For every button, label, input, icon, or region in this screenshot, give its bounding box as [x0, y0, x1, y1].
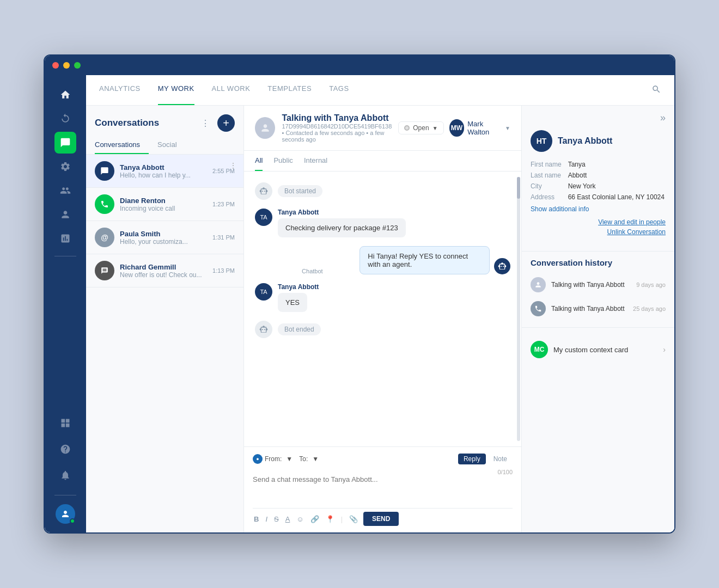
- msg-avatar-tanya: TA: [255, 209, 272, 226]
- unlink-conversation-link[interactable]: Unlink Conversation: [607, 228, 666, 236]
- conversations-header: Conversations ⋮ +: [86, 106, 243, 136]
- conversations-title: Conversations: [95, 118, 159, 128]
- custom-card-chevron: ›: [663, 345, 666, 354]
- sidebar-icon-person[interactable]: [54, 204, 76, 225]
- show-more-link[interactable]: Show additional info: [531, 205, 666, 213]
- msg-bubble-tanya-2: YES: [278, 293, 307, 312]
- view-edit-link[interactable]: View and edit in people: [598, 218, 666, 226]
- conversation-item-diane[interactable]: Diane Renton Incoming voice call 1:23 PM: [86, 188, 243, 221]
- panel-collapse-icon[interactable]: »: [660, 112, 666, 124]
- status-badge[interactable]: Open ▼: [398, 121, 443, 134]
- status-label: Open: [413, 124, 429, 132]
- history-time-2: 25 days ago: [633, 305, 666, 312]
- sidebar-icon-chat[interactable]: [54, 132, 76, 154]
- chatbot-reply-row: Chatbot Hi Tanya! Reply YES to connect w…: [255, 246, 510, 274]
- chatbot-bubble-container: Hi Tanya! Reply YES to connect with an a…: [327, 246, 490, 274]
- conv-info-paula: Paula Smith Hello, your customiza...: [120, 230, 207, 246]
- compose-input[interactable]: [253, 475, 513, 503]
- tab-my-work[interactable]: MY WORK: [158, 75, 194, 105]
- conv-info-richard: Richard Gemmill New offer is out! Check …: [120, 263, 207, 279]
- msg-tab-all[interactable]: All: [255, 151, 263, 171]
- location-icon[interactable]: 📍: [325, 514, 336, 524]
- compose-to: To: ▼: [299, 455, 319, 463]
- sidebar-icon-home[interactable]: [54, 84, 76, 106]
- first-name-label: First name: [531, 161, 562, 168]
- traffic-light-green[interactable]: [74, 62, 81, 69]
- conversation-item-paula[interactable]: @ Paula Smith Hello, your customiza... 1…: [86, 221, 243, 254]
- chat-header-right: Open ▼ MW Mark Walton ▼: [398, 119, 510, 137]
- tab-all-work[interactable]: ALL WORK: [212, 75, 251, 105]
- traffic-light-yellow[interactable]: [63, 62, 70, 69]
- sidebar-divider: [54, 256, 76, 256]
- online-indicator: [70, 518, 75, 524]
- format-strikethrough-icon[interactable]: S: [273, 514, 280, 524]
- sidebar-icon-refresh[interactable]: [54, 108, 76, 130]
- format-underline-icon[interactable]: A: [284, 514, 291, 524]
- link-icon[interactable]: 🔗: [309, 514, 320, 524]
- reply-tab[interactable]: Reply: [458, 454, 486, 464]
- chat-header-name: Talking with Tanya Abbott: [282, 113, 392, 123]
- last-name-value: Abbott: [568, 171, 666, 179]
- tab-analytics[interactable]: ANALYTICS: [99, 75, 141, 105]
- contact-avatar: HT: [531, 130, 552, 152]
- history-item-2[interactable]: Talking with Tanya Abbott 25 days ago: [522, 297, 674, 321]
- history-item-1[interactable]: Talking with Tanya Abbott 9 days ago: [522, 273, 674, 297]
- custom-context-card[interactable]: MC My custom context card ›: [522, 334, 674, 365]
- msg-tab-public[interactable]: Public: [273, 151, 293, 171]
- messages-container[interactable]: Bot started TA Tanya Abbott Checking del…: [244, 171, 521, 446]
- compose-header: ● From: ▼ To: ▼ Reply Note: [253, 454, 513, 464]
- address-value: 66 East Colonial Lane, NY 10024: [568, 193, 666, 201]
- add-conversation-button[interactable]: +: [217, 114, 235, 132]
- history-icon-2: [531, 301, 546, 316]
- chat-header-meta: 17D9994D8616842D10DCE5419BF6138 • Contac…: [282, 123, 392, 143]
- compose-from-value: ▼: [286, 455, 293, 463]
- main-content: ANALYTICS MY WORK ALL WORK TEMPLATES TAG…: [86, 75, 674, 532]
- compose-from-icon: ●: [253, 454, 263, 464]
- conv-tab-conversations[interactable]: Conversations: [95, 136, 149, 154]
- chat-header: Talking with Tanya Abbott 17D9994D861684…: [244, 106, 521, 151]
- note-tab[interactable]: Note: [488, 454, 513, 464]
- tab-tags[interactable]: TAGS: [329, 75, 349, 105]
- search-icon[interactable]: [651, 84, 661, 96]
- conversation-item-tanya[interactable]: Tanya Abbott Hello, how can I help y... …: [86, 155, 243, 188]
- conv-avatar-paula: @: [95, 228, 114, 247]
- msg-content-tanya-1: Tanya Abbott Checking delivery for packa…: [278, 209, 510, 237]
- conv-menu-tanya[interactable]: ⋮: [229, 161, 237, 170]
- user-avatar[interactable]: [56, 504, 75, 524]
- format-bold-icon[interactable]: B: [253, 514, 260, 524]
- sidebar-icon-help[interactable]: [54, 438, 76, 460]
- sidebar-bottom: [54, 412, 76, 524]
- browser-titlebar: [45, 56, 674, 75]
- conversations-menu-icon[interactable]: ⋮: [198, 115, 213, 131]
- sidebar-icon-notifications[interactable]: [54, 464, 76, 486]
- conv-tab-social[interactable]: Social: [157, 136, 185, 154]
- contact-name: Tanya Abbott: [558, 136, 612, 146]
- attachment-icon[interactable]: 📎: [348, 514, 359, 524]
- traffic-light-red[interactable]: [52, 62, 59, 69]
- city-label: City: [531, 182, 562, 190]
- sidebar-icon-analytics[interactable]: [54, 228, 76, 249]
- contact-header: HT Tanya Abbott: [531, 130, 666, 152]
- bot-ended-icon: [255, 321, 272, 338]
- conv-preview-richard: New offer is out! Check ou...: [120, 271, 207, 279]
- send-button[interactable]: SEND: [363, 512, 399, 526]
- agent-chevron: ▼: [505, 125, 510, 131]
- conversations-header-actions: ⋮ +: [198, 114, 235, 132]
- conversation-item-richard[interactable]: Richard Gemmill New offer is out! Check …: [86, 254, 243, 287]
- conv-info-tanya: Tanya Abbott Hello, how can I help y...: [120, 163, 207, 179]
- custom-card-icon: MC: [531, 341, 548, 358]
- emoji-icon[interactable]: ☺: [295, 514, 304, 524]
- scrollbar-thumb[interactable]: [517, 177, 520, 199]
- sidebar-icon-team[interactable]: [54, 180, 76, 201]
- tab-templates[interactable]: TEMPLATES: [267, 75, 312, 105]
- agent-badge[interactable]: MW Mark Walton ▼: [449, 119, 510, 137]
- sidebar-divider-2: [54, 495, 76, 495]
- city-value: New York: [568, 182, 666, 190]
- msg-tab-internal[interactable]: Internal: [304, 151, 327, 171]
- sidebar-icon-settings[interactable]: [54, 156, 76, 177]
- sidebar-icon-grid[interactable]: [54, 412, 76, 434]
- browser-window: ANALYTICS MY WORK ALL WORK TEMPLATES TAG…: [44, 54, 675, 534]
- top-nav: ANALYTICS MY WORK ALL WORK TEMPLATES TAG…: [86, 75, 674, 106]
- message-group-tanya-2: TA Tanya Abbott YES: [255, 283, 510, 312]
- format-italic-icon[interactable]: I: [264, 514, 269, 524]
